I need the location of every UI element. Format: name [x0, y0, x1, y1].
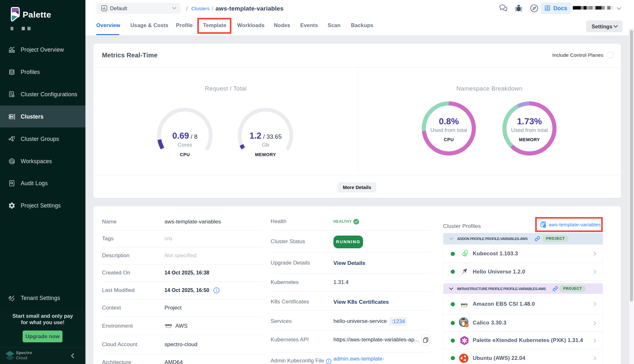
- svg-text:aws: aws: [461, 302, 468, 306]
- svg-text:aws: aws: [165, 323, 172, 327]
